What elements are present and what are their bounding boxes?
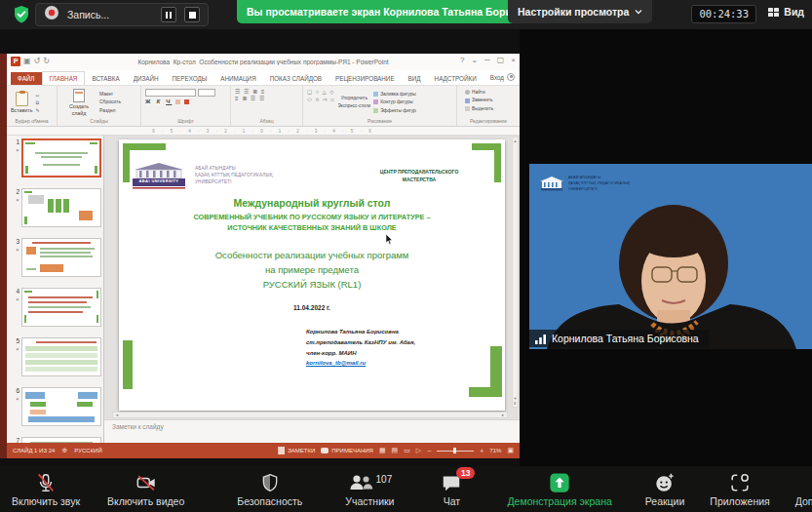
email-link[interactable]: kornilova_tb@mail.ru xyxy=(306,360,366,366)
format-painter-icon[interactable]: ✎ xyxy=(35,107,39,113)
tab-addins[interactable]: НАДСТРОЙКИ xyxy=(428,72,483,85)
animation-star-icon: ✶ xyxy=(16,296,19,302)
font-color-button[interactable] xyxy=(184,99,189,104)
meeting-toolbar: Включить звук Включить видео Безопасност… xyxy=(0,466,812,512)
notes-toggle[interactable]: ЗАМЕТКИ xyxy=(278,447,315,454)
chevron-down-icon xyxy=(635,9,642,15)
tab-transitions[interactable]: ПЕРЕХОДЫ xyxy=(166,72,214,85)
horizontal-scrollbar[interactable]: ◄► xyxy=(112,412,508,418)
slide-title-line1: Международный круглый стол xyxy=(119,197,505,209)
help-icon[interactable]: ? xyxy=(460,56,464,64)
reading-view-icon[interactable]: ▭ xyxy=(404,447,410,454)
align-buttons[interactable]: ≡ ≣ ☰ ☰ xyxy=(235,96,298,102)
participant-name-tag: Корнилова Татьяна Борисовна xyxy=(529,330,709,347)
font-size-select[interactable] xyxy=(198,89,215,97)
ribbon-options-icon[interactable]: ⌄ xyxy=(471,56,478,64)
author-block: Корнилова Татьяна Борисовна ст.преподава… xyxy=(306,327,445,369)
shapes-gallery[interactable]: ▢ ○ △ ◇⬭ ☆ ⇨ ◻ xyxy=(307,89,335,116)
tab-file[interactable]: ФАЙЛ xyxy=(11,72,42,85)
maximize-icon[interactable]: ▢ xyxy=(497,56,505,64)
view-button[interactable]: Вид xyxy=(768,6,804,18)
sign-in-button[interactable]: Вход xyxy=(490,73,515,81)
slide-thumbnail-5[interactable]: 5✶ xyxy=(9,337,101,376)
close-icon[interactable]: × xyxy=(511,56,516,64)
comments-toggle[interactable]: ПРИМЕЧАНИЯ xyxy=(321,448,373,453)
window-controls: ? ⌄ ─ ▢ × xyxy=(460,56,516,64)
text-shadow-button[interactable] xyxy=(175,99,180,104)
layout-button[interactable]: Макет xyxy=(99,91,113,98)
tab-review[interactable]: РЕЦЕНЗИРОВАНИЕ xyxy=(329,72,402,85)
select-button[interactable]: Выделить xyxy=(465,105,493,112)
tab-animations[interactable]: АНИМАЦИЯ xyxy=(213,72,262,85)
save-icon[interactable]: ▣ xyxy=(23,57,31,66)
tab-view[interactable]: ВИД xyxy=(402,72,428,85)
font-name-select[interactable] xyxy=(145,89,196,97)
meeting-timer: 00:24:33 xyxy=(691,5,756,23)
slideshow-icon[interactable]: ▷ xyxy=(416,447,421,454)
underline-button[interactable]: Ч xyxy=(166,98,172,104)
chat-button[interactable]: 13 Чат xyxy=(441,472,462,507)
security-button[interactable]: Безопасность xyxy=(237,472,302,507)
view-options-button[interactable]: Настройки просмотра xyxy=(508,0,652,23)
section-button[interactable]: Раздел xyxy=(99,107,116,115)
apps-button[interactable]: Приложения xyxy=(710,472,769,507)
language-label[interactable]: РУССКИЙ xyxy=(74,448,101,453)
find-button[interactable]: Найти xyxy=(465,89,485,96)
unmute-button[interactable]: Включить звук xyxy=(12,472,80,507)
fit-slide-icon[interactable]: ▣ xyxy=(507,447,514,454)
clipboard-group-label: Буфер обмена xyxy=(9,117,55,126)
more-button[interactable]: Дополнительно xyxy=(795,472,812,507)
shape-outline-button[interactable]: Контур фигуры xyxy=(373,98,413,105)
tab-design[interactable]: ДИЗАЙН xyxy=(127,72,166,85)
reset-button[interactable]: Сбросить xyxy=(99,98,121,106)
bold-button[interactable]: Ж xyxy=(145,98,152,104)
animation-star-icon: ✶ xyxy=(16,396,19,402)
copy-icon[interactable]: ⧉ xyxy=(35,99,39,106)
cut-icon[interactable]: ✂ xyxy=(35,93,39,98)
zoom-percent[interactable]: 71% xyxy=(489,448,501,453)
shape-fill-button[interactable]: Заливка фигуры xyxy=(373,91,416,98)
zoom-out-icon[interactable]: − xyxy=(427,448,431,454)
slide-sorter-icon[interactable]: ▤ xyxy=(392,447,399,454)
new-slide-icon xyxy=(73,89,85,102)
new-slide-button[interactable]: Создать слайд xyxy=(61,89,97,116)
tab-home[interactable]: ГЛАВНАЯ xyxy=(42,71,86,85)
animation-star-icon: ✶ xyxy=(16,197,19,203)
university-building-icon xyxy=(539,176,564,193)
undo-icon[interactable]: ↺ xyxy=(34,57,41,66)
slide-canvas[interactable]: ABAI UNIVERSITY АБАЙ АТЫНДАҒЫ ҚАЗАҚ ҰЛТТ… xyxy=(119,139,505,411)
redo-icon[interactable]: ↻ xyxy=(43,57,50,66)
participants-button[interactable]: 107 Участники xyxy=(345,472,394,507)
start-video-button[interactable]: Включить видео xyxy=(107,472,184,507)
replace-button[interactable]: Заменить xyxy=(465,97,493,103)
slide-thumbnail-7[interactable]: 7 xyxy=(9,437,101,443)
shape-effects-button[interactable]: Эффекты фигур xyxy=(373,107,416,114)
tab-insert[interactable]: ВСТАВКА xyxy=(85,72,126,85)
share-screen-button[interactable]: Демонстрация экрана xyxy=(507,472,611,507)
stop-recording-button[interactable] xyxy=(184,7,200,22)
minimize-icon[interactable]: ─ xyxy=(484,56,490,64)
abai-university-logo xyxy=(131,161,187,193)
slide-thumbnail-4[interactable]: 4✶ xyxy=(9,288,101,327)
arrange-button[interactable]: Упорядочить xyxy=(341,96,367,102)
paste-button[interactable]: Вставить xyxy=(11,89,32,116)
share-screen-icon xyxy=(548,472,571,493)
slide-thumbnail-3[interactable]: 3✶ xyxy=(9,238,101,277)
slide-thumbnail-6[interactable]: 6✶ xyxy=(9,387,101,426)
pause-recording-button[interactable] xyxy=(161,7,176,22)
slide-thumbnail-2[interactable]: 2✶ xyxy=(9,188,101,227)
ppt-ribbon-tabs: ФАЙЛ ГЛАВНАЯ ВСТАВКА ДИЗАЙН ПЕРЕХОДЫ АНИ… xyxy=(7,70,520,86)
zoom-in-icon[interactable]: + xyxy=(480,448,483,454)
notes-pane[interactable]: Заметки к слайду xyxy=(104,419,520,443)
tab-slideshow[interactable]: ПОКАЗ СЛАЙДОВ xyxy=(263,72,329,85)
reactions-button[interactable]: Реакции xyxy=(645,472,685,507)
quick-access-toolbar[interactable]: P ▣ ↺ ↻ xyxy=(11,57,50,66)
normal-view-icon[interactable]: ▦ xyxy=(379,447,386,454)
italic-button[interactable]: К xyxy=(156,98,162,104)
quick-styles-button[interactable]: Экспресс-стили xyxy=(338,103,371,110)
zoom-slider[interactable] xyxy=(437,451,474,452)
vertical-scrollbar[interactable]: ▲▼⬍ xyxy=(512,137,519,408)
slide-thumbnail-1[interactable]: 1✶ xyxy=(9,138,101,177)
bullets-buttons[interactable]: ☰ ☰ ≣ ≡ xyxy=(235,89,298,96)
recording-label: Запись... xyxy=(67,9,109,20)
